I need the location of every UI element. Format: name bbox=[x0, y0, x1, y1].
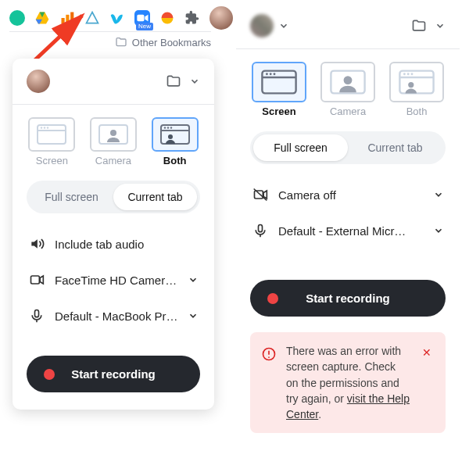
recorder-popup-right: Screen Camera Both Full screen Current t… bbox=[236, 6, 460, 450]
user-avatar[interactable] bbox=[250, 14, 274, 38]
google-drive-icon[interactable] bbox=[34, 10, 50, 26]
microphone-icon bbox=[28, 308, 45, 324]
mode-selector: Screen Camera Both bbox=[250, 62, 446, 117]
divider bbox=[236, 48, 460, 49]
svg-rect-25 bbox=[31, 276, 40, 284]
mode-camera[interactable]: Camera bbox=[90, 117, 137, 166]
camera-off-icon bbox=[252, 187, 269, 202]
svg-point-15 bbox=[47, 127, 48, 128]
svg-point-33 bbox=[274, 73, 276, 75]
error-banner: There was an error with screen capture. … bbox=[250, 332, 446, 433]
svg-point-41 bbox=[408, 82, 414, 88]
vimeo-icon[interactable] bbox=[109, 10, 125, 26]
bookmarks-bar: Other Bookmarks bbox=[9, 31, 211, 48]
chevron-down-icon[interactable] bbox=[189, 76, 200, 87]
new-badge: New bbox=[136, 23, 153, 30]
svg-marker-26 bbox=[40, 276, 43, 284]
start-recording-button[interactable]: Start recording bbox=[27, 356, 200, 392]
browser-extensions-bar: New ⋮ bbox=[9, 6, 256, 30]
svg-point-35 bbox=[344, 76, 353, 84]
error-icon bbox=[261, 346, 277, 362]
svg-marker-8 bbox=[145, 15, 148, 21]
chevron-down-icon[interactable] bbox=[278, 20, 289, 31]
segment-fullscreen[interactable]: Full screen bbox=[30, 184, 113, 210]
include-tab-audio-label: Include tab audio bbox=[55, 238, 199, 251]
svg-point-49 bbox=[268, 356, 270, 358]
profile-avatar-icon[interactable] bbox=[209, 6, 233, 30]
folder-icon[interactable] bbox=[166, 73, 181, 89]
chevron-down-icon bbox=[188, 310, 199, 321]
chevron-down-icon bbox=[433, 189, 444, 200]
camera-select-label: FaceTime HD Camera (... bbox=[55, 274, 178, 287]
svg-point-17 bbox=[110, 130, 116, 136]
error-text-post: . bbox=[318, 408, 321, 421]
svg-point-23 bbox=[168, 134, 173, 139]
capture-scope-segment: Full screen Current tab bbox=[250, 131, 446, 164]
svg-rect-27 bbox=[35, 310, 39, 317]
svg-point-31 bbox=[266, 73, 268, 75]
svg-rect-45 bbox=[259, 225, 263, 232]
mic-select-row[interactable]: Default - MacBook Pro ... bbox=[27, 298, 200, 334]
mode-both[interactable]: Both bbox=[152, 117, 199, 166]
svg-rect-4 bbox=[66, 15, 69, 24]
extensions-puzzle-icon[interactable] bbox=[184, 10, 200, 26]
svg-point-39 bbox=[407, 73, 410, 75]
include-tab-audio-row[interactable]: Include tab audio bbox=[27, 226, 200, 262]
popup-header bbox=[27, 70, 200, 93]
start-recording-button[interactable]: Start recording bbox=[250, 280, 446, 317]
mode-selector: Screen Camera Both bbox=[27, 117, 200, 166]
mode-camera[interactable]: Camera bbox=[320, 62, 375, 117]
svg-point-32 bbox=[270, 73, 272, 75]
svg-marker-6 bbox=[87, 13, 98, 23]
svg-point-21 bbox=[166, 127, 168, 128]
mode-screen[interactable]: Screen bbox=[252, 62, 306, 117]
folder-icon bbox=[115, 36, 127, 48]
capture-scope-segment: Full screen Current tab bbox=[27, 181, 200, 213]
video-chat-icon[interactable]: New bbox=[134, 10, 150, 26]
svg-point-14 bbox=[44, 127, 45, 128]
mode-screen[interactable]: Screen bbox=[28, 117, 75, 166]
camera-off-label: Camera off bbox=[278, 188, 424, 202]
divider bbox=[13, 104, 214, 105]
svg-marker-24 bbox=[31, 239, 38, 249]
camera-select-row[interactable]: FaceTime HD Camera (... bbox=[27, 262, 200, 298]
svg-point-40 bbox=[411, 73, 414, 75]
mic-select-row[interactable]: Default - External Micr… bbox=[250, 213, 446, 249]
start-recording-label: Start recording bbox=[306, 292, 390, 305]
folder-icon[interactable] bbox=[411, 18, 427, 34]
svg-point-13 bbox=[41, 127, 42, 128]
record-indicator-icon bbox=[267, 293, 278, 304]
svg-rect-5 bbox=[70, 13, 73, 24]
segment-fullscreen[interactable]: Full screen bbox=[253, 134, 348, 161]
mode-camera-label: Camera bbox=[320, 106, 375, 117]
mode-both-label: Both bbox=[389, 106, 444, 117]
mode-screen-label: Screen bbox=[252, 106, 306, 117]
popup-header bbox=[250, 14, 446, 38]
start-recording-label: Start recording bbox=[71, 367, 156, 381]
mode-both[interactable]: Both bbox=[389, 62, 444, 117]
svg-point-38 bbox=[403, 73, 406, 75]
svg-point-20 bbox=[163, 127, 165, 128]
mode-both-label: Both bbox=[152, 155, 199, 166]
chevron-down-icon bbox=[433, 225, 444, 236]
error-text: There was an error with screen capture. … bbox=[286, 343, 410, 422]
svg-rect-3 bbox=[62, 18, 65, 24]
other-bookmarks-label[interactable]: Other Bookmarks bbox=[132, 37, 211, 48]
mode-screen-label: Screen bbox=[28, 155, 75, 166]
svg-point-22 bbox=[170, 127, 171, 128]
segment-currenttab[interactable]: Current tab bbox=[113, 184, 197, 210]
camera-icon bbox=[28, 272, 45, 288]
dismiss-error-button[interactable]: ✕ bbox=[419, 343, 435, 362]
camera-off-row[interactable]: Camera off bbox=[250, 177, 446, 213]
segment-currenttab[interactable]: Current tab bbox=[348, 134, 442, 161]
mode-camera-label: Camera bbox=[90, 155, 137, 166]
chevron-down-icon[interactable] bbox=[435, 20, 446, 31]
svg-rect-42 bbox=[255, 191, 263, 199]
microphone-icon bbox=[252, 223, 269, 238]
asana-icon[interactable] bbox=[84, 10, 100, 26]
analytics-icon[interactable] bbox=[59, 10, 75, 26]
loom-icon[interactable] bbox=[159, 10, 175, 26]
svg-rect-7 bbox=[137, 15, 144, 21]
grammarly-icon[interactable] bbox=[9, 10, 25, 26]
user-avatar[interactable] bbox=[27, 70, 50, 93]
